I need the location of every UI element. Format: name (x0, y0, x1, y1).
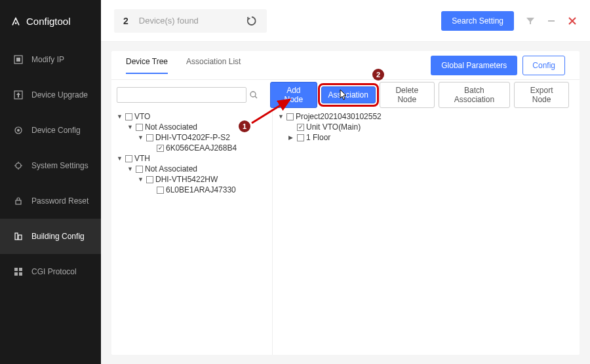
upgrade-icon (13, 90, 24, 100)
trees: ▼VTO ▼Not Associated ▼DHI-VTO4202F-P-S2 … (111, 110, 580, 355)
nav-label: Building Config (31, 232, 85, 241)
project-tree: ▼Project20210430102552 ▼Unit VTO(Main) ▶… (273, 110, 580, 355)
nav-building-config[interactable]: Building Config (0, 219, 101, 254)
caret-icon[interactable]: ▼ (127, 124, 134, 130)
nav-modify-ip[interactable]: Modify IP (0, 42, 101, 77)
caret-icon[interactable]: ▼ (127, 166, 134, 172)
lock-icon (13, 196, 24, 206)
building-icon (13, 231, 24, 242)
nav: Modify IP Device Upgrade Device Config S… (0, 42, 101, 289)
svg-rect-10 (19, 268, 22, 271)
tree-label: 6L0BE1ARAJ47330 (166, 185, 236, 194)
export-node-button[interactable]: Export Node (514, 82, 569, 108)
caret-icon[interactable]: ▼ (117, 155, 123, 162)
tree-row[interactable]: ▼Not Associated (117, 164, 267, 174)
tree-label: Project20210430102552 (296, 112, 382, 121)
topbar: 2 Device(s) found Search Setting (101, 0, 590, 42)
config-button[interactable]: Config (522, 56, 565, 75)
svg-rect-7 (15, 233, 18, 240)
ip-icon (13, 54, 24, 65)
device-count-box: 2 Device(s) found (114, 9, 267, 33)
tree-row[interactable]: ▼6L0BE1ARAJ47330 (117, 185, 267, 195)
device-tree: ▼VTO ▼Not Associated ▼DHI-VTO4202F-P-S2 … (111, 110, 273, 355)
svg-rect-13 (548, 20, 555, 22)
sidebar: ⟑ Configtool Modify IP Device Upgrade De… (0, 0, 101, 364)
gear-icon (13, 125, 24, 136)
global-parameters-button[interactable]: Global Parameters (431, 56, 517, 75)
tree-row[interactable]: ▼Project20210430102552 (278, 111, 574, 122)
content: Device Tree Association List Global Para… (101, 42, 590, 364)
nav-label: CGI Protocol (31, 267, 77, 276)
refresh-icon[interactable] (246, 15, 258, 27)
checkbox[interactable] (157, 145, 164, 152)
svg-rect-6 (16, 200, 21, 204)
tree-label: VTH (134, 154, 150, 163)
checkbox[interactable] (125, 113, 132, 120)
tree-label: Not Associated (145, 122, 197, 132)
search-setting-button[interactable]: Search Setting (441, 11, 514, 31)
tree-row[interactable]: ▼VTH (117, 153, 267, 164)
topbar-right: Search Setting (441, 11, 577, 31)
checkbox[interactable] (146, 134, 153, 141)
checkbox[interactable] (146, 176, 153, 183)
tree-label: DHI-VTO4202F-P-S2 (155, 133, 230, 142)
caret-icon[interactable]: ▼ (138, 134, 144, 141)
delete-node-button[interactable]: Delete Node (380, 82, 435, 108)
svg-line-15 (252, 100, 290, 123)
association-button[interactable]: Association (321, 86, 376, 103)
tab-device-tree[interactable]: Device Tree (126, 57, 168, 74)
tree-row[interactable]: ▶1 Floor (278, 132, 574, 143)
tree-row[interactable]: ▼Unit VTO(Main) (278, 122, 574, 132)
tree-row[interactable]: ▼6K056CEAAJ268B4 (117, 143, 267, 153)
caret-icon[interactable]: ▼ (117, 113, 123, 120)
svg-rect-1 (16, 58, 20, 62)
tree-label: VTO (134, 112, 150, 121)
checkbox[interactable] (297, 134, 304, 141)
checkbox[interactable] (157, 187, 164, 194)
caret-icon[interactable]: ▶ (288, 134, 295, 141)
tree-label: 1 Floor (306, 133, 330, 142)
search-input[interactable] (117, 87, 246, 103)
settings-icon (13, 160, 24, 171)
grid-icon (13, 266, 24, 277)
close-icon[interactable] (568, 16, 577, 26)
svg-rect-12 (19, 272, 22, 276)
logo-icon: ⟑ (12, 14, 20, 29)
svg-rect-11 (14, 272, 18, 276)
app-name: Configtool (26, 16, 71, 27)
tree-label: DHI-VTH5422HW (155, 175, 218, 184)
nav-system-settings[interactable]: System Settings (0, 148, 101, 183)
svg-point-5 (16, 163, 21, 168)
toolbar: Add Node Association Delete Node Batch A… (111, 80, 580, 110)
app-logo: ⟑ Configtool (0, 0, 101, 42)
tree-row[interactable]: ▼DHI-VTO4202F-P-S2 (117, 132, 267, 143)
annotation-badge-2: 2 (372, 69, 384, 81)
checkbox[interactable] (297, 124, 304, 131)
nav-cgi-protocol[interactable]: CGI Protocol (0, 254, 101, 289)
tab-association-list[interactable]: Association List (186, 57, 241, 74)
caret-icon[interactable]: ▼ (138, 176, 144, 183)
tree-label: Unit VTO(Main) (306, 122, 361, 132)
tree-label: 6K056CEAAJ268B4 (166, 143, 237, 153)
tabbar: Device Tree Association List Global Para… (111, 51, 580, 80)
checkbox[interactable] (136, 166, 143, 173)
svg-rect-9 (14, 268, 18, 271)
nav-label: Password Reset (31, 196, 88, 206)
svg-point-4 (17, 129, 20, 132)
annotation-arrow (249, 96, 295, 126)
checkbox[interactable] (125, 155, 132, 162)
nav-label: Device Upgrade (31, 90, 88, 100)
checkbox[interactable] (136, 124, 143, 131)
minimize-icon[interactable] (547, 16, 556, 26)
nav-label: Modify IP (31, 55, 64, 64)
batch-association-button[interactable]: Batch Association (439, 82, 511, 108)
filter-icon[interactable] (526, 16, 535, 26)
panel: Device Tree Association List Global Para… (111, 51, 580, 355)
device-count-value: 2 (123, 16, 128, 26)
nav-password-reset[interactable]: Password Reset (0, 183, 101, 219)
main: 2 Device(s) found Search Setting Device … (101, 0, 590, 364)
device-count-label: Device(s) found (139, 16, 199, 26)
nav-device-upgrade[interactable]: Device Upgrade (0, 77, 101, 113)
tree-row[interactable]: ▼DHI-VTH5422HW (117, 174, 267, 185)
nav-device-config[interactable]: Device Config (0, 113, 101, 148)
